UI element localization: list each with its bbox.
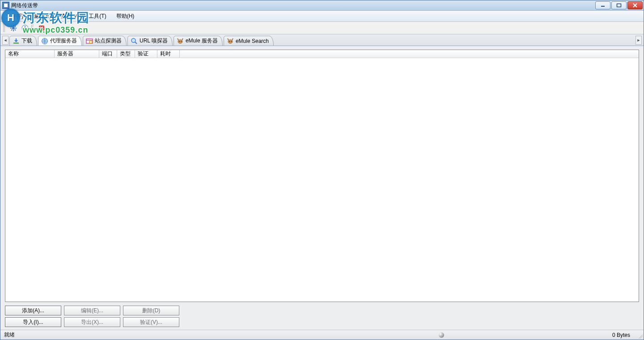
tab-label: eMule 服务器 [186, 37, 218, 45]
maximize-button[interactable] [611, 1, 627, 9]
add-button[interactable]: 添加(A)... [5, 306, 61, 315]
column-server[interactable]: 服务器 [55, 50, 99, 58]
svg-rect-4 [25, 27, 25, 29]
gear-icon [10, 25, 17, 32]
column-name[interactable]: 名称 [5, 50, 55, 58]
list-header: 名称 服务器 端口 类型 验证 耗时 [5, 50, 639, 58]
menu-view[interactable]: 查看(V) [58, 12, 81, 21]
delete-button[interactable] [36, 23, 47, 34]
globe-icon [41, 38, 48, 45]
status-bar: 就绪 0 Bytes [0, 330, 644, 340]
tab-label: 下载 [21, 37, 32, 45]
status-ready: 就绪 [4, 331, 15, 339]
svg-point-10 [131, 38, 136, 42]
toolbar-grip-2[interactable] [31, 24, 34, 32]
tab-proxy[interactable]: 代理服务器 [38, 36, 82, 46]
magnifier-icon [131, 38, 138, 45]
tab-url-sniffer[interactable]: URL 嗅探器 [127, 36, 173, 46]
toolbar-grip[interactable] [3, 24, 5, 32]
tab-download[interactable]: 下载 [9, 36, 37, 46]
svg-point-12 [179, 41, 180, 42]
list-body[interactable] [5, 58, 639, 302]
site-probe-icon [86, 38, 93, 45]
minimize-button[interactable] [595, 1, 610, 9]
tab-scroll-right[interactable] [636, 36, 642, 45]
tab-bar: 下载 代理服务器 站点探测器 URL 嗅探器 eMule 服务器 [0, 34, 644, 46]
tab-emule-search[interactable]: eMule Search [224, 36, 274, 46]
tab-scroll-left[interactable] [2, 36, 8, 45]
status-bytes: 0 Bytes [612, 332, 630, 338]
svg-point-13 [181, 41, 182, 42]
close-button[interactable] [627, 1, 643, 9]
tab-emule-server[interactable]: eMule 服务器 [174, 36, 223, 46]
list-panel: 名称 服务器 端口 类型 验证 耗时 [5, 50, 639, 302]
column-port[interactable]: 端口 [99, 50, 117, 58]
download-icon [13, 38, 20, 45]
tab-site-probe[interactable]: 站点探测器 [83, 36, 127, 46]
svg-rect-0 [617, 4, 621, 7]
verify-button: 验证(V)... [123, 317, 179, 327]
export-button: 导出(X)... [64, 317, 120, 327]
svg-point-14 [228, 40, 233, 43]
svg-point-3 [25, 26, 25, 27]
info-icon [21, 25, 29, 32]
column-elapsed[interactable]: 耗时 [157, 50, 180, 58]
delete-button-2: 删除(D) [123, 306, 179, 315]
menu-help[interactable]: 帮助(H) [114, 12, 137, 21]
tab-label: 代理服务器 [50, 37, 77, 45]
emule-icon [227, 38, 234, 45]
resize-grip-icon[interactable] [636, 332, 643, 339]
svg-point-1 [12, 27, 15, 29]
svg-point-11 [178, 40, 182, 43]
emule-icon [177, 38, 184, 45]
menu-file[interactable]: 文件(F) [3, 12, 26, 21]
edit-button: 编辑(E)... [64, 306, 120, 315]
settings-button[interactable] [8, 23, 19, 34]
activity-indicator-icon [439, 332, 444, 338]
delete-icon [38, 25, 45, 32]
menu-edit[interactable]: 编辑(E) [30, 12, 54, 21]
svg-point-15 [229, 41, 230, 42]
import-button[interactable]: 导入(I)... [5, 317, 61, 327]
app-window: 网络传送带 文件(F) 编辑(E) 查看(V) 工具(T) 帮助(H) [0, 0, 644, 340]
button-area: 添加(A)... 编辑(E)... 删除(D) 导入(I)... 导出(X)..… [0, 304, 644, 330]
tab-label: URL 嗅探器 [140, 37, 168, 45]
info-button[interactable] [20, 23, 30, 34]
toolbar [0, 22, 644, 34]
column-type[interactable]: 类型 [117, 50, 135, 58]
svg-rect-6 [13, 42, 19, 44]
window-title: 网络传送带 [11, 2, 595, 9]
column-verify[interactable]: 验证 [135, 50, 157, 58]
tab-label: 站点探测器 [95, 37, 122, 45]
menu-tools[interactable]: 工具(T) [86, 12, 109, 21]
window-controls [595, 1, 643, 9]
svg-point-16 [231, 41, 232, 42]
menu-bar: 文件(F) 编辑(E) 查看(V) 工具(T) 帮助(H) [0, 11, 644, 22]
app-icon [2, 2, 9, 9]
window-titlebar: 网络传送带 [0, 0, 644, 11]
tab-label: eMule Search [236, 38, 269, 44]
